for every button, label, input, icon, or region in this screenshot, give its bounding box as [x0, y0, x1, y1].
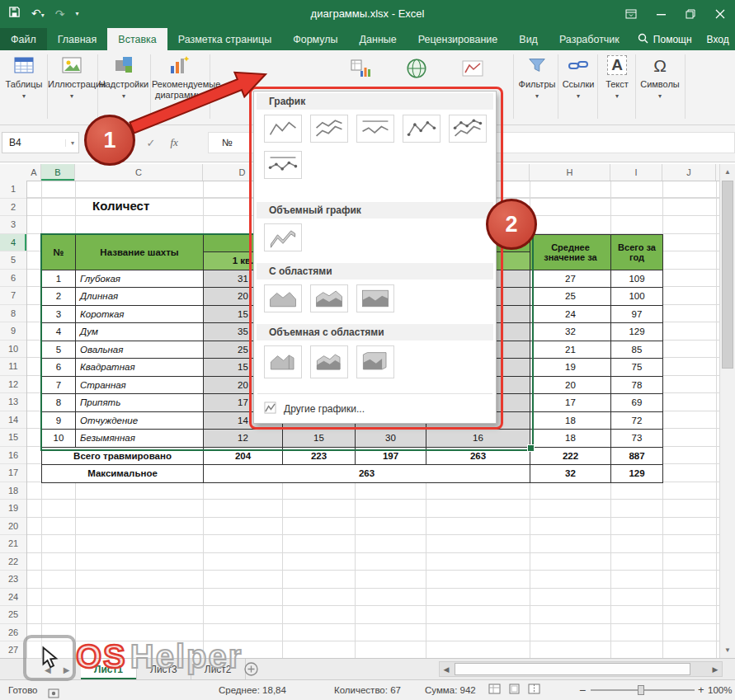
cell-num[interactable]: 6	[42, 359, 76, 377]
vertical-scrollbar[interactable]: ▲ ▼	[719, 164, 735, 658]
row-header-14[interactable]: 14	[0, 411, 26, 430]
cell-num[interactable]: 4	[42, 323, 76, 341]
row-header-10[interactable]: 10	[0, 341, 26, 359]
cell-mine-name[interactable]: Короткая	[76, 306, 204, 324]
row-header-26[interactable]: 26	[0, 624, 26, 642]
name-box[interactable]: B4 ▾	[2, 132, 79, 153]
row-header-15[interactable]: 15	[0, 429, 26, 447]
tell-me-tab[interactable]: Помощн	[630, 28, 700, 50]
zoom-in-icon[interactable]: +	[698, 680, 704, 700]
cell-total[interactable]: 78	[611, 377, 663, 395]
column-header-J[interactable]: J	[662, 164, 716, 181]
cell-mine-name[interactable]: Отчуждение	[76, 412, 204, 430]
totals-q4[interactable]: 263	[426, 448, 530, 466]
illustrations-group-button[interactable]: Иллюстрации▾	[48, 53, 96, 101]
cell-q2[interactable]: 15	[283, 430, 356, 448]
row-header-4[interactable]: 4	[0, 234, 26, 252]
100-stacked-line-chart-icon[interactable]	[356, 115, 394, 143]
totals-q1[interactable]: 204	[204, 448, 283, 466]
cell-total[interactable]: 109	[611, 270, 663, 289]
cell-mine-name[interactable]: Безымянная	[76, 430, 204, 448]
page-break-view-icon[interactable]	[528, 684, 540, 696]
100-stacked-area-chart-icon[interactable]	[356, 284, 394, 312]
restore-button[interactable]	[676, 0, 705, 28]
sign-in-button[interactable]: Вход	[700, 28, 735, 50]
enter-icon[interactable]: ✓	[147, 137, 156, 149]
ribbon-tab-4[interactable]: Формулы	[282, 28, 348, 50]
ribbon-tab-3[interactable]: Разметка страницы	[167, 28, 282, 50]
row-header-24[interactable]: 24	[0, 589, 26, 607]
line-with-markers-chart-icon[interactable]	[403, 115, 441, 143]
3d-map-icon[interactable]	[403, 54, 431, 82]
header-num[interactable]: №	[42, 235, 76, 270]
page-layout-view-icon[interactable]	[508, 684, 521, 696]
normal-view-icon[interactable]	[488, 684, 501, 696]
row-header-1[interactable]: 1	[0, 181, 26, 199]
column-header-H[interactable]: H	[530, 164, 610, 181]
scroll-left-icon[interactable]: ◀	[440, 662, 453, 676]
row-header-17[interactable]: 17	[0, 464, 26, 482]
zoom-out-icon[interactable]: −	[579, 680, 586, 700]
header-average[interactable]: Среднеезначение за	[530, 235, 611, 270]
cell-total[interactable]: 73	[611, 430, 663, 448]
max-label[interactable]: Максимальное	[42, 465, 204, 483]
cell-total[interactable]: 85	[611, 341, 663, 359]
row-header-19[interactable]: 19	[0, 500, 26, 518]
ribbon-tab-8[interactable]: Разработчик	[549, 28, 630, 50]
totals-label[interactable]: Всего травмировано	[42, 448, 204, 466]
cell-total[interactable]: 72	[611, 412, 663, 430]
vertical-scroll-thumb[interactable]	[722, 181, 733, 369]
links-group-button[interactable]: Ссылки▾	[559, 53, 597, 101]
cell-q1[interactable]: 12	[204, 430, 283, 448]
max-value[interactable]: 263	[204, 465, 530, 483]
stacked-line-chart-icon[interactable]	[310, 115, 348, 143]
row-header-3[interactable]: 3	[0, 216, 26, 234]
cell-mine-name[interactable]: Длинная	[76, 288, 204, 306]
row-header-20[interactable]: 20	[0, 518, 26, 536]
cell-q4[interactable]: 16	[426, 430, 530, 448]
row-header-18[interactable]: 18	[0, 482, 26, 500]
max-avg[interactable]: 32	[530, 465, 611, 483]
cell-total[interactable]: 129	[611, 323, 663, 341]
row-header-16[interactable]: 16	[0, 447, 26, 465]
cell-avg[interactable]: 27	[530, 270, 611, 289]
sparklines-icon[interactable]	[459, 54, 487, 82]
text-group-button[interactable]: A Текст▾	[599, 53, 635, 101]
cell-q3[interactable]: 30	[356, 430, 426, 448]
cell-avg[interactable]: 18	[530, 430, 611, 448]
cell-avg[interactable]: 19	[530, 359, 611, 377]
selection-fill-handle[interactable]	[527, 444, 535, 452]
scroll-up-icon[interactable]: ▲	[720, 164, 735, 179]
row-header-2[interactable]: 2	[0, 199, 26, 217]
insert-function-icon[interactable]: fx	[171, 136, 178, 149]
cell-mine-name[interactable]: Дум	[76, 323, 204, 341]
cell-mine-name[interactable]: Овальная	[76, 341, 204, 359]
ribbon-tab-5[interactable]: Данные	[349, 28, 408, 50]
scroll-down-icon[interactable]: ▼	[720, 642, 735, 657]
pivot-chart-icon[interactable]	[346, 54, 375, 82]
max-total[interactable]: 129	[611, 465, 663, 483]
cell-num[interactable]: 5	[42, 341, 76, 359]
recommended-charts-button[interactable]: Рекомендуемыедиаграммы	[152, 53, 206, 101]
zoom-slider-thumb[interactable]	[638, 685, 644, 695]
line-chart-icon[interactable]	[264, 115, 302, 143]
row-header-8[interactable]: 8	[0, 305, 26, 323]
totals-q2[interactable]: 223	[283, 448, 356, 466]
cell-num[interactable]: 1	[42, 270, 76, 289]
cell-num[interactable]: 8	[42, 394, 76, 412]
cell-total[interactable]: 100	[611, 288, 663, 306]
totals-avg[interactable]: 222	[530, 448, 611, 466]
scroll-right-icon[interactable]: ▶	[709, 662, 722, 676]
cell-avg[interactable]: 20	[530, 377, 611, 395]
ribbon-display-options-icon[interactable]	[616, 0, 646, 28]
3d-area-chart-icon[interactable]	[264, 345, 302, 378]
column-header-C[interactable]: C	[75, 164, 203, 181]
row-header-6[interactable]: 6	[0, 270, 26, 288]
row-header-22[interactable]: 22	[0, 553, 26, 571]
cell-num[interactable]: 10	[42, 430, 76, 448]
minimize-button[interactable]	[646, 0, 676, 28]
chevron-down-icon[interactable]: ▾	[65, 139, 78, 147]
cell-num[interactable]: 7	[42, 377, 76, 395]
column-header-B[interactable]: B	[41, 164, 75, 181]
row-header-12[interactable]: 12	[0, 376, 26, 394]
